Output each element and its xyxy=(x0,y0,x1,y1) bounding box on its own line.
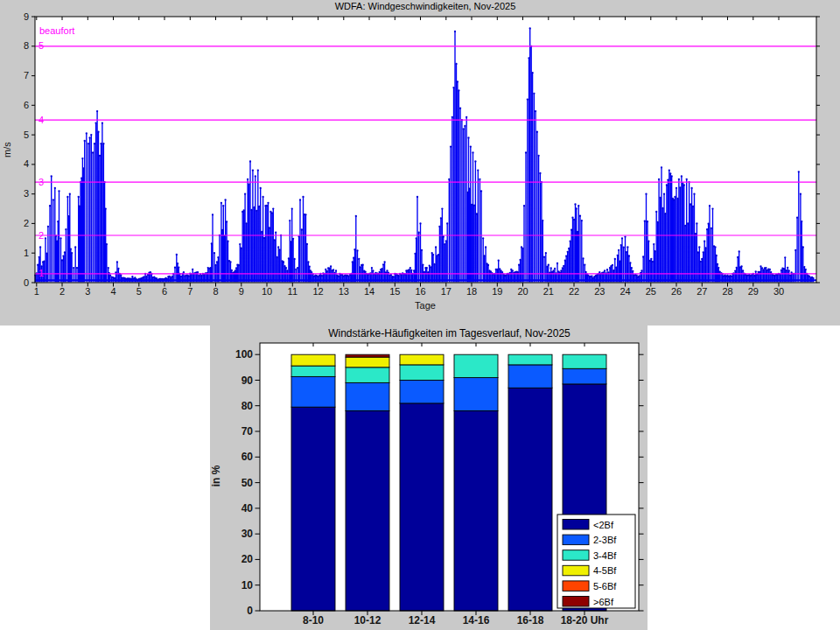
fig2-y-tick-label: 10 xyxy=(242,579,254,592)
fig1-x-tick-label: 27 xyxy=(696,286,707,297)
wind-speed-chart: 1234512345678910111213141516171819202122… xyxy=(0,0,840,326)
bar-segment-2-3Bf xyxy=(400,381,444,403)
fig2-y-tick-label: 30 xyxy=(242,528,254,540)
fig1-title: WDFA: Windgeschwindigkeiten, Nov-2025 xyxy=(335,1,516,11)
fig1-x-tick-label: 28 xyxy=(722,286,732,297)
fig1-x-tick-label: 19 xyxy=(492,286,502,297)
fig2-title: Windstärke-Häufigkeiten im Tagesverlauf,… xyxy=(328,327,570,340)
bar-segment-2-3Bf xyxy=(508,365,552,388)
bar-segment-2-3Bf xyxy=(454,378,498,411)
beaufort-line-label-4: 4 xyxy=(38,115,44,125)
fig1-x-tick-label: 18 xyxy=(466,286,477,297)
bar-segment-3-4Bf xyxy=(563,354,606,368)
fig2-y-axis-label: in % xyxy=(210,465,222,486)
wind-speed-figure: 1234512345678910111213141516171819202122… xyxy=(0,0,840,326)
fig1-x-tick-label: 26 xyxy=(671,286,682,297)
fig1-y-tick-label: 3 xyxy=(24,188,29,199)
fig1-x-tick-label: 13 xyxy=(339,286,349,297)
legend-swatch-2-3Bf xyxy=(563,535,589,545)
fig2-x-tick-label: 18-20 Uhr xyxy=(561,614,609,626)
bar-segment-3-4Bf xyxy=(400,365,444,381)
bar-segment-2-3Bf xyxy=(346,382,389,410)
fig1-x-tick-label: 9 xyxy=(239,286,244,297)
legend-swatch-3-4Bf xyxy=(563,550,589,561)
wind-frequency-figure: 01020304050607080901008-1010-1212-1414-1… xyxy=(210,326,648,630)
bar-segment-3-4Bf xyxy=(291,366,335,376)
beaufort-line-label-2: 2 xyxy=(38,230,44,241)
fig1-x-tick-label: 10 xyxy=(262,286,272,297)
fig2-y-tick-label: 100 xyxy=(235,348,253,360)
legend-label-4-5Bf: 4-5Bf xyxy=(593,565,617,576)
fig1-x-tick-label: 14 xyxy=(364,286,374,297)
fig1-x-tick-label: 24 xyxy=(620,286,630,297)
fig1-x-tick-label: 3 xyxy=(85,286,90,297)
fig1-y-tick-label: 2 xyxy=(24,218,29,228)
bar-segment-4-5Bf xyxy=(291,354,335,366)
legend-swatch-4-5Bf xyxy=(563,565,589,576)
fig2-x-tick-label: 10-12 xyxy=(354,614,382,626)
fig1-x-tick-label: 23 xyxy=(594,286,605,297)
bar-segment-4-5Bf xyxy=(400,354,444,365)
beaufort-line-label-3: 3 xyxy=(38,177,44,187)
fig1-x-tick-label: 12 xyxy=(312,286,323,297)
fig1-y-tick-label: 6 xyxy=(24,100,29,110)
bar-segment->6Bf xyxy=(346,354,389,357)
screenshot-root: 1234512345678910111213141516171819202122… xyxy=(0,0,840,630)
fig1-y-axis-label: m/s xyxy=(2,142,12,158)
fig1-x-tick-label: 5 xyxy=(136,286,142,297)
fig1-y-tick-label: 0 xyxy=(24,277,29,288)
fig1-x-tick-label: 4 xyxy=(110,286,116,297)
fig1-y-tick-label: 9 xyxy=(24,11,29,22)
legend-label->6Bf: >6Bf xyxy=(593,597,614,607)
fig2-y-tick-label: 70 xyxy=(242,425,254,438)
fig1-y-tick-label: 8 xyxy=(24,40,29,51)
fig2-y-tick-label: 80 xyxy=(242,400,254,412)
fig1-y-tick-label: 7 xyxy=(24,70,29,80)
fig2-x-tick-label: 12-14 xyxy=(409,614,436,626)
fig2-y-tick-label: 40 xyxy=(242,502,254,514)
fig1-x-tick-label: 22 xyxy=(569,286,579,297)
fig1-y-tick-label: 5 xyxy=(24,130,29,140)
fig1-x-tick-label: 29 xyxy=(748,286,759,297)
fig1-x-tick-label: 20 xyxy=(517,286,528,297)
legend-label-2-3Bf: 2-3Bf xyxy=(593,535,617,545)
legend-label-<2Bf: <2Bf xyxy=(593,520,614,530)
fig1-x-tick-label: 21 xyxy=(543,286,554,297)
fig1-x-tick-label: 6 xyxy=(162,286,167,297)
bar-segment-<2Bf xyxy=(508,388,552,611)
fig1-x-axis-label: Tage xyxy=(415,300,436,311)
legend-swatch-5-6Bf xyxy=(563,581,589,592)
legend-swatch-<2Bf xyxy=(563,520,589,530)
beaufort-line-label-5: 5 xyxy=(38,40,44,51)
fig1-beaufort-label: beaufort xyxy=(39,25,74,36)
fig2-x-tick-label: 8-10 xyxy=(303,614,324,626)
fig1-x-tick-label: 16 xyxy=(415,286,425,297)
fig1-plot-area xyxy=(35,17,816,283)
fig1-x-tick-label: 17 xyxy=(441,286,452,297)
fig1-x-tick-label: 8 xyxy=(213,286,218,297)
fig1-y-tick-label: 1 xyxy=(24,248,29,258)
fig1-x-tick-label: 1 xyxy=(34,286,39,297)
fig2-dynamic-content: 01020304050607080901008-1010-1212-1414-1… xyxy=(235,343,644,626)
bar-segment-4-5Bf xyxy=(346,357,389,368)
fig2-y-tick-label: 90 xyxy=(242,374,254,387)
legend: <2Bf2-3Bf3-4Bf4-5Bf5-6Bf>6Bf xyxy=(557,514,635,608)
fig1-x-tick-label: 11 xyxy=(288,286,298,297)
beaufort-line-label-1: 1 xyxy=(38,268,44,278)
legend-swatch->6Bf xyxy=(563,597,589,607)
bar-segment-<2Bf xyxy=(346,411,389,611)
bar-segment-<2Bf xyxy=(454,411,498,611)
wind-frequency-chart: 01020304050607080901008-1010-1212-1414-1… xyxy=(210,326,648,630)
bar-segment-<2Bf xyxy=(400,403,444,611)
fig1-x-tick-label: 7 xyxy=(187,286,192,297)
bar-segment-<2Bf xyxy=(291,407,335,611)
bar-segment-2-3Bf xyxy=(291,376,335,407)
fig2-x-tick-label: 14-16 xyxy=(463,614,490,626)
fig2-y-tick-label: 60 xyxy=(242,451,254,463)
bar-segment-3-4Bf xyxy=(508,354,552,365)
fig1-x-tick-label: 2 xyxy=(60,286,65,297)
fig2-y-tick-label: 0 xyxy=(247,605,253,617)
fig1-x-tick-label: 25 xyxy=(646,286,656,297)
fig1-x-tick-label: 15 xyxy=(389,286,400,297)
fig2-y-tick-label: 20 xyxy=(242,553,254,565)
